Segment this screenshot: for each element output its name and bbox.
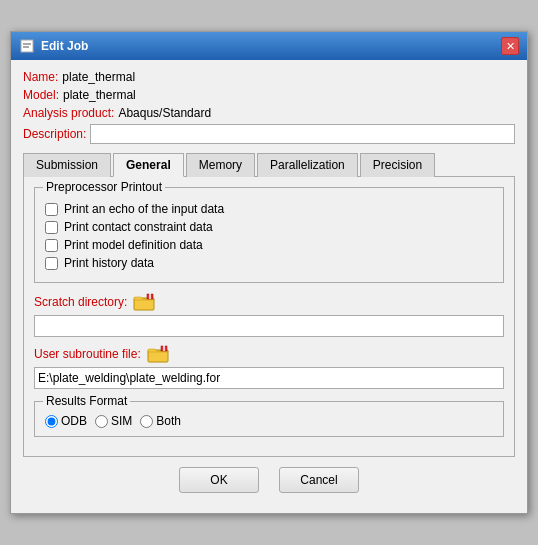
titlebar-left: Edit Job (19, 38, 88, 54)
results-group: Results Format ODB SIM Both (34, 401, 504, 437)
results-group-title: Results Format (43, 394, 130, 408)
analysis-label: Analysis product: (23, 106, 114, 120)
checkbox-history-label: Print history data (64, 256, 154, 270)
radio-sim-item: SIM (95, 414, 132, 428)
preprocessor-group: Preprocessor Printout Print an echo of t… (34, 187, 504, 283)
radio-odb[interactable] (45, 415, 58, 428)
tabs-container: Submission General Memory Parallelizatio… (23, 152, 515, 177)
scratch-input[interactable] (34, 315, 504, 337)
name-label: Name: (23, 70, 58, 84)
radio-both-label: Both (156, 414, 181, 428)
checkbox-model-def[interactable] (45, 239, 58, 252)
radio-both[interactable] (140, 415, 153, 428)
checkbox-model-def-label: Print model definition data (64, 238, 203, 252)
titlebar: Edit Job ✕ (11, 32, 527, 60)
radio-odb-label: ODB (61, 414, 87, 428)
radio-sim-label: SIM (111, 414, 132, 428)
scratch-row: Scratch directory: (34, 293, 504, 311)
tab-parallelization[interactable]: Parallelization (257, 153, 358, 177)
preprocessor-group-title: Preprocessor Printout (43, 180, 165, 194)
analysis-value: Abaqus/Standard (118, 106, 211, 120)
subroutine-row: User subroutine file: (34, 345, 504, 363)
edit-icon (19, 38, 35, 54)
scratch-folder-icon[interactable] (133, 293, 155, 311)
description-row: Description: (23, 124, 515, 144)
model-value: plate_thermal (63, 88, 136, 102)
dialog-title: Edit Job (41, 39, 88, 53)
checkbox-history-row: Print history data (45, 256, 493, 270)
checkbox-contact-label: Print contact constraint data (64, 220, 213, 234)
subroutine-input[interactable] (34, 367, 504, 389)
radio-sim[interactable] (95, 415, 108, 428)
subroutine-label: User subroutine file: (34, 347, 141, 361)
ok-button[interactable]: OK (179, 467, 259, 493)
close-button[interactable]: ✕ (501, 37, 519, 55)
checkbox-contact[interactable] (45, 221, 58, 234)
model-label: Model: (23, 88, 59, 102)
checkbox-echo[interactable] (45, 203, 58, 216)
subroutine-folder-icon[interactable] (147, 345, 169, 363)
checkbox-echo-label: Print an echo of the input data (64, 202, 224, 216)
svg-rect-0 (21, 40, 33, 52)
name-row: Name: plate_thermal (23, 70, 515, 84)
analysis-row: Analysis product: Abaqus/Standard (23, 106, 515, 120)
checkbox-modeldef-row: Print model definition data (45, 238, 493, 252)
description-input[interactable] (90, 124, 515, 144)
tab-memory[interactable]: Memory (186, 153, 255, 177)
dialog-body: Name: plate_thermal Model: plate_thermal… (11, 60, 527, 513)
tab-general[interactable]: General (113, 153, 184, 177)
tab-submission[interactable]: Submission (23, 153, 111, 177)
button-row: OK Cancel (23, 457, 515, 503)
description-label: Description: (23, 127, 86, 141)
checkbox-echo-row: Print an echo of the input data (45, 202, 493, 216)
radio-both-item: Both (140, 414, 181, 428)
edit-job-dialog: Edit Job ✕ Name: plate_thermal Model: pl… (10, 31, 528, 514)
radio-odb-item: ODB (45, 414, 87, 428)
scratch-label: Scratch directory: (34, 295, 127, 309)
tab-precision[interactable]: Precision (360, 153, 435, 177)
checkbox-contact-row: Print contact constraint data (45, 220, 493, 234)
model-row: Model: plate_thermal (23, 88, 515, 102)
radio-row: ODB SIM Both (45, 414, 493, 428)
name-value: plate_thermal (62, 70, 135, 84)
cancel-button[interactable]: Cancel (279, 467, 359, 493)
checkbox-history[interactable] (45, 257, 58, 270)
general-tab-content: Preprocessor Printout Print an echo of t… (23, 177, 515, 457)
